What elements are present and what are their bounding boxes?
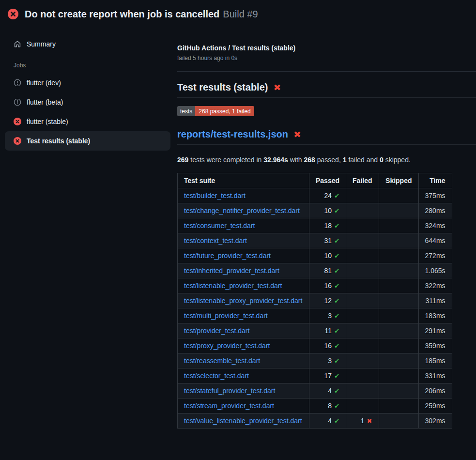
failed-cell (346, 263, 379, 278)
skipped-cell (379, 233, 418, 248)
time-cell: 331ms (418, 368, 452, 383)
time-cell: 272ms (418, 248, 452, 263)
time-cell: 311ms (418, 293, 452, 308)
passed-count: 10 (324, 207, 332, 215)
passed-count: 268 (304, 156, 315, 164)
skipped-cell (379, 218, 418, 233)
report-file-link[interactable]: reports/test-results.json (177, 129, 288, 140)
passed-count: 81 (324, 267, 332, 275)
suite-link[interactable]: test/selector_test.dart (184, 372, 249, 380)
sidebar-item-summary[interactable]: Summary (5, 34, 170, 54)
suite-link[interactable]: test/inherited_provider_test.dart (184, 267, 279, 275)
time-cell: 375ms (418, 188, 452, 203)
suite-link[interactable]: test/future_provider_test.dart (184, 252, 271, 260)
failed-cell (346, 308, 379, 323)
suite-cell: test/future_provider_test.dart (178, 248, 309, 263)
suite-link[interactable]: test/stateful_provider_test.dart (184, 387, 275, 395)
summary-text: failed and (347, 156, 380, 164)
skipped-cell (379, 338, 418, 353)
column-header-passed: Passed (309, 173, 346, 188)
skipped-cell (379, 188, 418, 203)
failed-cell: 1✖ (346, 414, 379, 429)
job-label: flutter (dev) (27, 79, 61, 87)
check-title: Do not create report when job is cancell… (25, 9, 219, 19)
suite-link[interactable]: test/change_notifier_provider_test.dart (184, 207, 300, 215)
sidebar: Summary Jobs flutter (dev)flutter (beta)… (0, 26, 177, 151)
skipped-cell (379, 368, 418, 383)
sidebar-item-flutter-beta[interactable]: flutter (beta) (5, 92, 170, 112)
passed-count: 10 (324, 252, 332, 260)
results-table: Test suitePassedFailedSkippedTime test/b… (177, 173, 452, 429)
sidebar-item-flutter-stable[interactable]: flutter (stable) (5, 112, 170, 131)
passed-cell: 24✔ (309, 188, 346, 203)
passed-count: 8 (328, 402, 332, 410)
passed-cell: 12✔ (309, 293, 346, 308)
check-icon: ✔ (334, 372, 339, 380)
passed-cell: 17✔ (309, 368, 346, 383)
suite-link[interactable]: test/value_listenable_provider_test.dart (184, 417, 302, 425)
suite-cell: test/change_notifier_provider_test.dart (178, 203, 309, 218)
passed-count: 16 (324, 342, 332, 350)
main-content: GitHub Actions / Test results (stable) f… (177, 26, 476, 429)
suite-link[interactable]: test/multi_provider_test.dart (184, 312, 268, 320)
time-cell: 302ms (418, 414, 452, 429)
table-row: test/future_provider_test.dart10✔272ms (178, 248, 452, 263)
failed-count: 1 (361, 417, 365, 425)
passed-count: 3 (328, 312, 332, 320)
passed-cell: 10✔ (309, 203, 346, 218)
suite-cell: test/context_test.dart (178, 233, 309, 248)
column-header-time: Time (418, 173, 452, 188)
passed-count: 17 (324, 372, 332, 380)
suite-cell: test/inherited_provider_test.dart (178, 263, 309, 278)
suite-link[interactable]: test/consumer_test.dart (184, 222, 255, 230)
failed-cell (346, 353, 379, 368)
suite-cell: test/listenable_provider_test.dart (178, 278, 309, 293)
failed-cell (346, 338, 379, 353)
time-cell: 291ms (418, 323, 452, 338)
sidebar-item-test-results-stable[interactable]: Test results (stable) (5, 131, 170, 151)
suite-link[interactable]: test/stream_provider_test.dart (184, 402, 274, 410)
time-cell: 644ms (418, 233, 452, 248)
passed-cell: 3✔ (309, 308, 346, 323)
table-row: test/change_notifier_provider_test.dart1… (178, 203, 452, 218)
job-label: flutter (beta) (27, 98, 63, 106)
check-icon: ✔ (334, 222, 339, 230)
failed-cell (346, 368, 379, 383)
passed-cell: 11✔ (309, 323, 346, 338)
suite-link[interactable]: test/proxy_provider_test.dart (184, 342, 270, 350)
suite-link[interactable]: test/builder_test.dart (184, 192, 246, 199)
skipped-cell (379, 399, 418, 414)
check-run-header: Do not create report when job is cancell… (0, 0, 476, 26)
passed-cell: 3✔ (309, 353, 346, 368)
failed-x-icon: ✖ (273, 83, 281, 92)
x-circle-icon (14, 118, 21, 125)
passed-cell: 16✔ (309, 278, 346, 293)
skipped-cell (379, 263, 418, 278)
passed-count: 3 (328, 357, 332, 365)
skipped-cell (379, 248, 418, 263)
table-row: test/proxy_provider_test.dart16✔359ms (178, 338, 452, 353)
suite-cell: test/stream_provider_test.dart (178, 399, 309, 414)
suite-link[interactable]: test/provider_test.dart (184, 327, 249, 335)
suite-link[interactable]: test/listenable_proxy_provider_test.dart (184, 297, 302, 305)
badge-label: tests (177, 106, 195, 116)
suite-link[interactable]: test/reassemble_test.dart (184, 357, 260, 365)
time-cell: 259ms (418, 399, 452, 414)
failed-cell (346, 278, 379, 293)
check-icon: ✔ (334, 312, 339, 320)
failed-cell (346, 323, 379, 338)
table-row: test/reassemble_test.dart3✔185ms (178, 353, 452, 368)
check-icon: ✔ (334, 327, 339, 335)
column-header-skipped: Skipped (379, 173, 418, 188)
status-line: failed 5 hours ago in 0s (177, 55, 476, 61)
skipped-cell (379, 278, 418, 293)
suite-link[interactable]: test/context_test.dart (184, 237, 247, 245)
skipped-cell (379, 383, 418, 399)
suite-link[interactable]: test/listenable_provider_test.dart (184, 282, 282, 290)
check-icon: ✔ (334, 237, 339, 245)
check-icon: ✔ (334, 417, 339, 425)
sidebar-item-flutter-dev[interactable]: flutter (dev) (5, 73, 170, 92)
column-header-failed: Failed (346, 173, 379, 188)
check-icon: ✔ (334, 252, 339, 260)
total-count: 269 (177, 156, 188, 164)
